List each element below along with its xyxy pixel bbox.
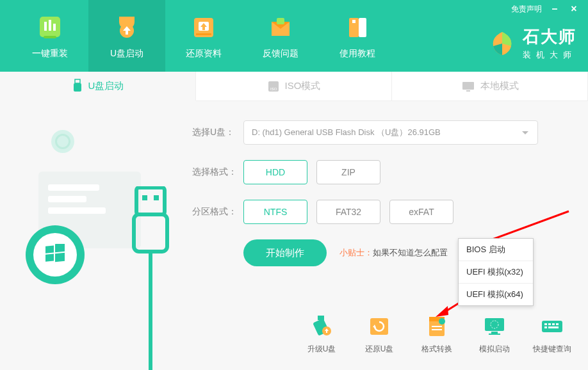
upgrade-usb-icon bbox=[307, 312, 336, 340]
tool-restore[interactable]: 还原U盘 bbox=[356, 312, 402, 355]
row-select-disk: 选择U盘： D: (hd1) General USB Flash Disk （U… bbox=[192, 120, 562, 145]
partition-exfat-button[interactable]: exFAT bbox=[389, 200, 453, 224]
svg-text:ISO: ISO bbox=[270, 87, 277, 91]
svg-rect-47 bbox=[548, 326, 559, 328]
nav-label: 还原资料 bbox=[186, 48, 222, 60]
svg-rect-19 bbox=[136, 188, 165, 214]
close-button[interactable]: × bbox=[568, 3, 580, 15]
feedback-icon bbox=[266, 12, 295, 42]
tool-label: 模拟启动 bbox=[479, 344, 510, 355]
header: 一键重装 U盘启动 还原资料 反馈问题 使用教程 免责声明 bbox=[0, 0, 588, 72]
tool-label: 升级U盘 bbox=[307, 344, 336, 355]
row-select-format: 选择格式： HDD ZIP bbox=[192, 160, 562, 184]
tab-local-mode[interactable]: 本地模式 bbox=[392, 72, 588, 101]
nav-bar: 一键重装 U盘启动 还原资料 反馈问题 使用教程 bbox=[0, 0, 396, 72]
svg-rect-17 bbox=[462, 82, 474, 90]
disclaimer-link[interactable]: 免责声明 bbox=[511, 4, 542, 15]
svg-rect-18 bbox=[466, 90, 470, 92]
partition-label: 分区格式： bbox=[192, 206, 243, 218]
svg-rect-22 bbox=[134, 214, 167, 252]
nav-restore[interactable]: 还原资料 bbox=[165, 0, 242, 72]
svg-rect-26 bbox=[45, 253, 54, 261]
tip-label: 小贴士： bbox=[339, 248, 373, 257]
svg-rect-24 bbox=[45, 245, 54, 253]
usb-icon bbox=[72, 79, 83, 93]
usb-boot-icon bbox=[112, 12, 142, 42]
nav-label: 使用教程 bbox=[339, 48, 375, 60]
start-make-button[interactable]: 开始制作 bbox=[243, 239, 327, 266]
popup-uefi32[interactable]: UEFI 模拟(x32) bbox=[459, 261, 533, 284]
nav-reinstall[interactable]: 一键重装 bbox=[12, 0, 88, 72]
svg-rect-8 bbox=[196, 33, 211, 35]
popup-bios[interactable]: BIOS 启动 bbox=[459, 239, 533, 261]
restore-icon bbox=[189, 12, 218, 42]
svg-rect-21 bbox=[154, 195, 159, 200]
brand-sub: 装机大师 bbox=[523, 49, 576, 61]
svg-rect-43 bbox=[548, 323, 551, 325]
nav-label: 反馈问题 bbox=[263, 48, 298, 60]
tool-label: 格式转换 bbox=[421, 344, 452, 355]
reinstall-icon bbox=[35, 12, 65, 42]
format-hdd-button[interactable]: HDD bbox=[243, 160, 307, 184]
monitor-icon bbox=[461, 81, 475, 92]
tutorial-icon bbox=[343, 12, 372, 42]
brand-title: 石大师 bbox=[523, 26, 576, 48]
illustration bbox=[0, 120, 192, 332]
brand-logo-icon bbox=[488, 29, 516, 58]
tab-label: U盘启动 bbox=[88, 80, 124, 92]
tab-label: 本地模式 bbox=[480, 80, 519, 92]
svg-rect-35 bbox=[432, 329, 442, 330]
nav-tutorial[interactable]: 使用教程 bbox=[319, 0, 396, 72]
format-zip-button[interactable]: ZIP bbox=[316, 160, 380, 184]
svg-rect-14 bbox=[74, 83, 81, 92]
tool-hotkey[interactable]: 快捷键查询 bbox=[529, 312, 575, 355]
svg-rect-31 bbox=[370, 318, 388, 335]
tab-label: ISO模式 bbox=[285, 80, 321, 92]
svg-rect-1 bbox=[44, 22, 47, 31]
usb-cable-icon bbox=[125, 186, 176, 370]
svg-rect-42 bbox=[544, 323, 547, 325]
svg-marker-51 bbox=[436, 306, 448, 317]
svg-rect-13 bbox=[75, 79, 80, 83]
subtabs: U盘启动 ISO ISO模式 本地模式 bbox=[0, 72, 588, 101]
disk-select[interactable]: D: (hd1) General USB Flash Disk （U盘）26.9… bbox=[243, 120, 538, 145]
nav-label: U盘启动 bbox=[110, 48, 143, 60]
brand: 石大师 装机大师 bbox=[488, 26, 576, 61]
partition-ntfs-button[interactable]: NTFS bbox=[243, 200, 307, 224]
tool-upgrade[interactable]: 升级U盘 bbox=[298, 312, 345, 355]
svg-rect-39 bbox=[489, 334, 500, 335]
tool-label: 快捷键查询 bbox=[533, 344, 571, 355]
svg-rect-45 bbox=[556, 323, 559, 325]
restore-usb-icon bbox=[365, 312, 393, 340]
minimize-button[interactable]: – bbox=[548, 3, 561, 15]
partition-fat32-button[interactable]: FAT32 bbox=[316, 200, 380, 224]
tab-iso-mode[interactable]: ISO ISO模式 bbox=[196, 72, 392, 101]
svg-rect-34 bbox=[432, 326, 442, 327]
nav-label: 一键重装 bbox=[32, 48, 68, 60]
tab-usb-boot[interactable]: U盘启动 bbox=[0, 72, 196, 101]
svg-rect-2 bbox=[49, 20, 51, 31]
svg-rect-4 bbox=[44, 36, 56, 38]
disk-select-value: D: (hd1) General USB Flash Disk （U盘）26.9… bbox=[252, 127, 441, 138]
svg-rect-9 bbox=[277, 18, 284, 24]
svg-rect-44 bbox=[552, 323, 555, 325]
svg-rect-11 bbox=[359, 18, 366, 37]
select-disk-label: 选择U盘： bbox=[192, 127, 243, 138]
select-format-label: 选择格式： bbox=[192, 166, 243, 178]
nav-usb-boot[interactable]: U盘启动 bbox=[88, 0, 165, 72]
svg-rect-25 bbox=[55, 244, 65, 252]
nav-feedback[interactable]: 反馈问题 bbox=[242, 0, 319, 72]
simulate-popup: BIOS 启动 UEFI 模拟(x32) UEFI 模拟(x64) bbox=[458, 238, 534, 306]
tool-label: 还原U盘 bbox=[365, 344, 394, 355]
svg-rect-3 bbox=[53, 24, 56, 31]
popup-uefi64[interactable]: UEFI 模拟(x64) bbox=[459, 284, 533, 305]
svg-rect-46 bbox=[544, 326, 547, 328]
keyboard-icon bbox=[538, 312, 566, 340]
iso-icon: ISO bbox=[267, 80, 280, 93]
svg-rect-38 bbox=[491, 332, 498, 334]
svg-rect-12 bbox=[352, 20, 355, 23]
svg-rect-27 bbox=[55, 253, 65, 262]
windows-icon bbox=[33, 233, 77, 277]
svg-rect-20 bbox=[142, 195, 147, 200]
window-controls: 免责声明 – × bbox=[503, 0, 588, 18]
